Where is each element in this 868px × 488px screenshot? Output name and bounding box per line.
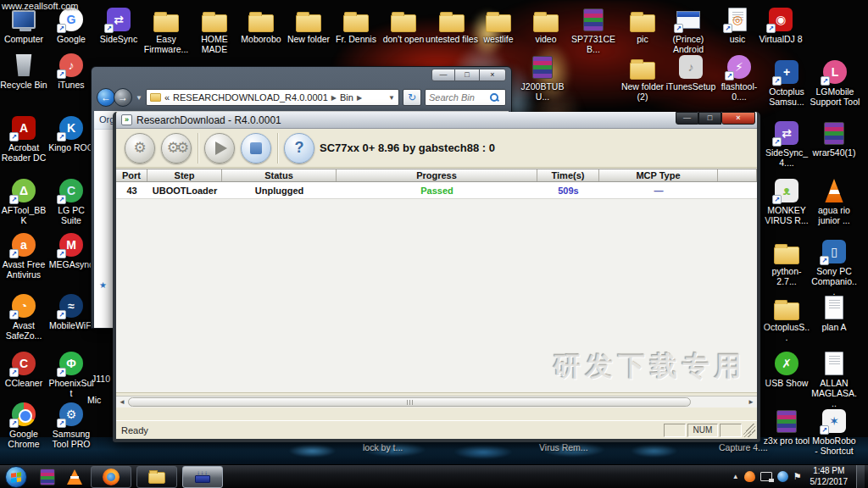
resize-grip[interactable]	[743, 424, 755, 437]
refresh-button[interactable]: ↻	[403, 89, 421, 106]
avast-tray-icon[interactable]	[744, 471, 755, 482]
desktop-icon-moborobo-shortcut[interactable]: ✶↗MoboRobo - Shortcut	[810, 408, 858, 456]
desktop-icon-video[interactable]: video	[522, 7, 570, 44]
desktop-icon-allan-maglasa[interactable]: ALLAN MAGLASA...	[810, 351, 858, 408]
column-header-Step[interactable]: Step	[147, 169, 222, 181]
address-bar[interactable]: « RESEARCHDOWNLOAD_R4.0.0001 ▶ Bin ▶ ▼	[146, 89, 399, 106]
desktop-icon-home-made[interactable]: HOME MADE	[188, 7, 241, 54]
desktop-icon-itunes[interactable]: ♪↗iTunes	[47, 53, 95, 90]
column-header-blank[interactable]	[718, 169, 757, 181]
column-header-Time(s)[interactable]: Time(s)	[537, 169, 599, 181]
desktop-icon-ccleaner[interactable]: C↗CCleaner	[0, 351, 47, 388]
forward-button[interactable]: →	[114, 88, 132, 107]
desktop-icon-octopluss[interactable]: OctoplusS...	[763, 295, 810, 342]
explorer-titlebar[interactable]: — □ ×	[92, 67, 511, 86]
options-button[interactable]: ⚙⚙	[161, 133, 192, 164]
settings-button[interactable]: ⚙	[125, 133, 155, 164]
app-titlebar[interactable]: » ResearchDownload - R4.0.0001 — □ ×	[116, 112, 757, 129]
scrollbar-thumb[interactable]	[128, 397, 691, 407]
breadcrumb-collapse[interactable]: «	[164, 92, 170, 103]
search-input[interactable]	[429, 92, 490, 103]
column-header-MCP Type[interactable]: MCP Type	[599, 169, 718, 181]
search-box[interactable]	[425, 89, 506, 106]
explorer-maximize-button[interactable]: □	[455, 69, 479, 81]
show-hidden-icons-button[interactable]: ▲	[732, 473, 739, 480]
desktop-icon-z3x-pro-tool[interactable]: z3x pro tool	[763, 408, 810, 446]
desktop-icon-pic[interactable]: pic	[619, 7, 666, 44]
desktop-icon-itunessetup[interactable]: ♪iTunesSetup	[665, 54, 716, 92]
nav-history-dropdown-icon[interactable]: ▼	[136, 94, 142, 102]
taskbar-vlc-button[interactable]	[64, 466, 86, 488]
desktop-icon-avast-safezone[interactable]: ◔↗Avast SafeZo...	[0, 293, 47, 341]
app-minimize-button[interactable]: —	[676, 112, 698, 125]
desktop-icon-python27[interactable]: python-2.7...	[763, 239, 810, 286]
taskbar-explorer-button[interactable]	[136, 466, 177, 488]
desktop-icon-wrar540[interactable]: wrar540(1)	[810, 120, 858, 158]
desktop-icon-kingo-root[interactable]: K↗Kingo ROO	[47, 115, 95, 152]
desktop-icon-westlife[interactable]: westlife	[475, 7, 522, 44]
desktop-icon-new-folder-2[interactable]: New folder (2)	[619, 54, 666, 102]
breadcrumb-folder[interactable]: RESEARCHDOWNLOAD_R4.0.0001	[173, 92, 328, 103]
desktop-icon-avast-free[interactable]: a↗Avast Free Antivirus	[0, 232, 47, 280]
explorer-minimize-button[interactable]: —	[431, 69, 455, 81]
desktop-icon-flashtool[interactable]: ⚡↗flashtool-0....	[714, 54, 765, 102]
app-close-button[interactable]: ×	[721, 112, 755, 125]
desktop-icon-dont-open[interactable]: don't open	[380, 7, 427, 44]
start-download-button[interactable]	[204, 133, 235, 164]
desktop-icon-mobilewifi[interactable]: ≈↗MobileWiFi	[47, 293, 95, 330]
desktop-icon-recycle-bin[interactable]: Recycle Bin	[0, 53, 47, 90]
desktop-icon-megasync[interactable]: M↗MEGAsync	[47, 232, 95, 269]
desktop-icon-sp7731ceb[interactable]: SP7731CEB...	[570, 7, 617, 54]
desktop-icon-google[interactable]: G↗Google	[47, 7, 95, 44]
desktop-icon-fr-dennis[interactable]: Fr. Dennis	[332, 7, 380, 44]
start-button[interactable]	[5, 466, 27, 488]
show-desktop-button[interactable]	[856, 465, 865, 488]
back-button[interactable]: ←	[97, 88, 115, 107]
desktop-icon-plan-a[interactable]: plan A	[810, 295, 858, 332]
desktop-icon-aftool-bbk[interactable]: Δ↗AFTool_BBK	[0, 178, 47, 225]
help-button[interactable]: ?	[284, 133, 314, 164]
network-tray-icon[interactable]	[760, 472, 772, 481]
desktop-icon-sony-pc-companion[interactable]: ▯↗Sony PC Companio...	[810, 239, 858, 297]
grid-data-row[interactable]: 43UBOOTLoaderUnpluggedPassed509s—	[116, 182, 757, 199]
clock[interactable]: 1:48 PM 5/12/2017	[807, 466, 852, 487]
address-dropdown-icon[interactable]: ▼	[388, 94, 395, 102]
explorer-close-button[interactable]: ×	[479, 69, 506, 81]
desktop-icon-google-chrome[interactable]: ↗Google Chrome	[0, 402, 47, 449]
desktop-icon-lgmobile-support[interactable]: L↗LGMobile Support Tool	[809, 59, 861, 107]
desktop-icon-acrobat-reader[interactable]: A↗Acrobat Reader DC	[0, 115, 47, 163]
desktop-icon-octoplus-samsung[interactable]: +↗Octoplus Samsu...	[763, 59, 810, 107]
horizontal-scrollbar[interactable]: ◄ ►	[116, 396, 757, 408]
desktop-icon-new-folder[interactable]: New folder	[285, 7, 332, 44]
desktop-icon-sidesync4[interactable]: ⇄↗SideSync_4....	[763, 120, 810, 168]
desktop-icon-lg-pc-suite[interactable]: C↗LG PC Suite	[47, 178, 95, 225]
firmware-banner: SC77xx 0+ 8.96 by gabstech88 : 0	[320, 129, 495, 168]
desktop-icon-easy-firmware[interactable]: Easy Firmware...	[142, 7, 190, 54]
desktop-icon-j200btubu[interactable]: J200BTUBU...	[519, 54, 566, 102]
column-header-Port[interactable]: Port	[116, 169, 147, 181]
desktop-icon-agua-rio[interactable]: agua rio junior ...	[810, 178, 858, 225]
desktop-icon-samsung-tool-pro[interactable]: ⚙↗Samsung Tool PRO	[47, 402, 95, 449]
stop-download-button[interactable]	[241, 133, 271, 164]
desktop-icon-phoenixsuit[interactable]: Φ↗PhoenixSuit	[47, 351, 95, 398]
taskbar-winrar-button[interactable]	[36, 466, 58, 488]
action-center-icon[interactable]: ⚑	[793, 471, 802, 482]
desktop-icon-usb-show[interactable]: ✗USB Show	[763, 351, 810, 388]
column-header-Status[interactable]: Status	[222, 169, 337, 181]
desktop-icon-moborobo[interactable]: Moborobo	[237, 7, 285, 44]
desktop-icon-virtualdj8[interactable]: ◉↗VirtualDJ 8	[754, 7, 807, 44]
desktop-icon-untested-files[interactable]: untested files	[426, 7, 478, 44]
column-header-Progress[interactable]: Progress	[337, 169, 537, 181]
megasync-tray-icon[interactable]	[777, 471, 788, 482]
app-maximize-button[interactable]: □	[698, 112, 721, 125]
breadcrumb-subfolder[interactable]: Bin	[340, 92, 353, 103]
scroll-left-icon[interactable]: ◄	[116, 396, 128, 408]
aftool-bbk-icon: Δ↗	[10, 178, 37, 203]
desktop-icon-monkey-virus[interactable]: ᴥ↗MONKEY VIRUS R...	[763, 178, 810, 225]
taskbar-researchdownload-button[interactable]: ↓↓↓	[182, 466, 223, 488]
taskbar-firefox-button[interactable]	[91, 466, 131, 488]
desktop-icon-computer[interactable]: Computer	[0, 7, 47, 44]
desktop-icon-sidesync[interactable]: ⇄↗SideSync	[95, 7, 142, 44]
scroll-right-icon[interactable]: ►	[745, 396, 757, 408]
agua-rio-icon	[821, 178, 848, 203]
